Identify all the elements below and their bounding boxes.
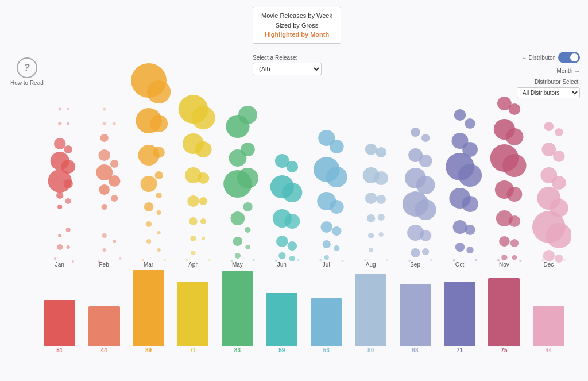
bar-jul[interactable]	[311, 298, 342, 346]
svg-point-168	[386, 259, 388, 261]
bar-mar[interactable]	[133, 270, 164, 346]
bar-aug[interactable]	[355, 274, 386, 346]
svg-point-142	[552, 176, 566, 190]
svg-point-172	[475, 259, 477, 261]
bar-col-jan: 51	[37, 270, 82, 353]
svg-point-103	[419, 155, 432, 167]
svg-point-115	[462, 142, 478, 157]
month-label-feb: Feb	[82, 261, 126, 268]
svg-point-140	[555, 128, 563, 136]
bar-value-may: 83	[234, 347, 241, 353]
svg-point-50	[200, 218, 206, 224]
svg-point-139	[543, 250, 555, 261]
month-label-jan: Jan	[37, 261, 82, 268]
svg-point-12	[67, 245, 70, 249]
svg-point-13	[101, 204, 107, 210]
svg-point-27	[141, 176, 157, 192]
svg-point-108	[454, 109, 466, 121]
svg-point-131	[509, 215, 521, 227]
svg-point-128	[505, 128, 523, 145]
bar-col-nov: 75	[482, 270, 526, 353]
bar-value-apr: 71	[189, 347, 196, 353]
month-labels-row: Jan Feb Mar Apr May Jun Jul Aug Sep Oct …	[37, 261, 571, 268]
svg-point-14	[99, 184, 110, 195]
month-label-oct: Oct	[438, 261, 482, 268]
svg-point-118	[465, 225, 475, 235]
svg-point-8	[63, 179, 73, 188]
bar-dec[interactable]	[533, 306, 564, 346]
bar-jun[interactable]	[266, 293, 297, 346]
svg-point-72	[288, 241, 297, 251]
svg-point-87	[365, 193, 377, 204]
svg-point-95	[379, 232, 384, 237]
svg-point-37	[157, 231, 161, 234]
svg-point-6	[57, 244, 63, 250]
month-label-jun: Jun	[260, 261, 304, 268]
bar-value-feb: 44	[101, 347, 107, 353]
bar-col-apr: 71	[171, 270, 215, 353]
svg-point-150	[103, 122, 106, 125]
bar-value-jul: 53	[323, 347, 330, 353]
svg-point-36	[156, 210, 161, 215]
svg-point-126	[501, 255, 507, 260]
svg-point-56	[233, 237, 243, 246]
svg-point-92	[374, 171, 388, 185]
svg-point-116	[458, 164, 482, 187]
title-line2: Sized by Gross	[261, 21, 332, 30]
svg-point-79	[324, 255, 329, 260]
svg-point-112	[453, 220, 467, 234]
month-label-nov: Nov	[482, 261, 526, 268]
svg-point-20	[111, 195, 118, 202]
svg-point-148	[67, 122, 69, 125]
bar-value-mar: 89	[145, 347, 152, 353]
svg-point-89	[368, 233, 374, 238]
svg-point-96	[411, 128, 420, 137]
svg-point-44	[190, 236, 196, 241]
bar-value-sep: 68	[412, 347, 419, 353]
bar-value-dec: 44	[546, 347, 552, 353]
svg-point-156	[119, 257, 121, 260]
bar-col-may: 83	[215, 270, 260, 353]
svg-point-146	[58, 122, 61, 125]
bar-oct[interactable]	[444, 282, 475, 346]
svg-point-151	[103, 108, 106, 111]
svg-point-130	[507, 187, 523, 202]
bar-col-jun: 59	[260, 270, 304, 353]
svg-point-104	[416, 176, 435, 194]
bar-feb[interactable]	[88, 306, 120, 346]
svg-point-101	[411, 248, 420, 257]
svg-point-83	[332, 226, 342, 236]
bar-value-aug: 80	[368, 347, 374, 353]
svg-point-1	[56, 192, 63, 199]
title-line1: Movie Releases by Week	[261, 11, 332, 21]
svg-point-147	[59, 108, 61, 111]
bar-apr[interactable]	[177, 282, 208, 346]
bubble-chart-area	[37, 34, 571, 264]
svg-point-51	[202, 237, 205, 240]
svg-point-30	[146, 239, 151, 244]
main-container: Movie Releases by Week Sized by Gross Hi…	[0, 0, 588, 381]
svg-point-70	[282, 183, 302, 202]
svg-point-132	[510, 239, 519, 247]
svg-point-78	[322, 240, 330, 248]
svg-point-88	[367, 214, 375, 222]
month-label-dec: Dec	[527, 261, 571, 268]
svg-point-63	[245, 245, 250, 249]
svg-point-29	[146, 221, 152, 227]
svg-point-35	[156, 193, 161, 198]
bar-value-jan: 51	[56, 347, 63, 353]
bar-value-oct: 71	[457, 347, 463, 353]
bar-jan[interactable]	[44, 300, 75, 346]
bar-may[interactable]	[222, 271, 253, 346]
bar-value-jun: 59	[278, 347, 285, 353]
svg-point-16	[98, 149, 110, 161]
svg-point-84	[334, 245, 339, 251]
bar-sep[interactable]	[400, 284, 431, 346]
svg-point-43	[189, 217, 197, 225]
svg-point-114	[465, 118, 475, 129]
bubble-svg	[37, 34, 571, 264]
bar-chart: 514489718359538068717544	[37, 270, 571, 365]
svg-point-119	[466, 247, 473, 253]
bar-nov[interactable]	[488, 278, 520, 346]
svg-point-18	[102, 233, 107, 238]
